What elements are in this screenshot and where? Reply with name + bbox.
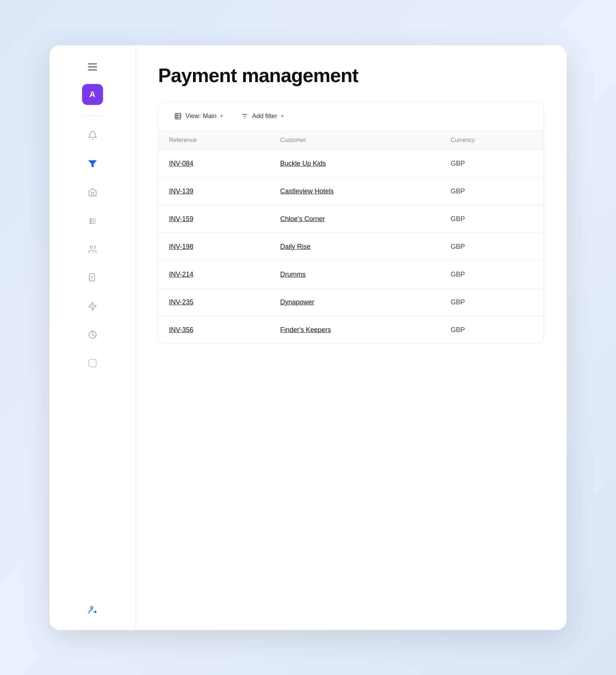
add-filter-button[interactable]: Add filter ▾: [236, 109, 289, 123]
customer-cell[interactable]: Finder's Keepers: [280, 326, 331, 334]
table-header-row: Reference Customer Currency: [158, 131, 544, 150]
svg-point-0: [90, 219, 91, 220]
table-row: INV-356Finder's KeepersGBP: [158, 316, 544, 344]
filter-label: Add filter: [252, 112, 277, 120]
filter-y-icon[interactable]: [84, 155, 102, 173]
widget-icon[interactable]: [84, 354, 102, 372]
currency-cell: GBP: [451, 326, 465, 334]
table-row: INV-214DrummsGBP: [158, 260, 544, 288]
tasks-icon[interactable]: [84, 212, 102, 230]
customer-cell[interactable]: Chloe's Corner: [280, 215, 325, 223]
customer-cell[interactable]: Drumms: [280, 271, 306, 278]
person-arrow-icon[interactable]: [84, 601, 102, 619]
contacts-icon[interactable]: [84, 240, 102, 258]
svg-rect-12: [175, 113, 181, 119]
table-container: View: Main ▾ Add filter ▾ R: [158, 102, 544, 344]
col-reference: Reference: [158, 131, 270, 150]
reference-cell[interactable]: INV-214: [169, 271, 193, 278]
avatar[interactable]: A: [82, 84, 103, 105]
reference-cell[interactable]: INV-235: [169, 298, 193, 306]
customer-cell[interactable]: Daily Rise: [280, 243, 311, 250]
filter-chevron: ▾: [281, 113, 284, 119]
reference-cell[interactable]: INV-139: [169, 187, 193, 195]
svg-text:£: £: [90, 277, 92, 280]
view-chevron: ▾: [220, 113, 223, 119]
sidebar-divider: [81, 115, 104, 116]
currency-cell: GBP: [451, 271, 465, 278]
col-currency: Currency: [440, 131, 544, 150]
table-row: INV-084Buckle Up KidsGBP: [158, 150, 544, 177]
bolt-icon[interactable]: [84, 297, 102, 315]
reference-cell[interactable]: INV-356: [169, 326, 193, 334]
filter-lines-icon: [241, 112, 248, 120]
view-button[interactable]: View: Main ▾: [169, 109, 228, 123]
currency-cell: GBP: [451, 243, 465, 250]
bell-icon[interactable]: [84, 126, 102, 144]
table-row: INV-159Chloe's CornerGBP: [158, 205, 544, 233]
reference-cell[interactable]: INV-159: [169, 215, 193, 223]
menu-icon[interactable]: [85, 60, 100, 73]
svg-point-11: [90, 606, 93, 609]
table-toolbar: View: Main ▾ Add filter ▾: [158, 102, 544, 131]
customer-cell[interactable]: Dynapower: [280, 298, 314, 306]
page-title: Payment management: [158, 64, 544, 87]
table-row: INV-235DynapowerGBP: [158, 288, 544, 316]
svg-point-4: [90, 222, 91, 223]
main-content: Payment management View: Main ▾: [136, 45, 567, 630]
currency-cell: GBP: [451, 215, 465, 223]
svg-rect-10: [89, 359, 96, 367]
currency-cell: GBP: [451, 187, 465, 195]
table-icon: [174, 112, 182, 120]
reference-cell[interactable]: INV-198: [169, 243, 193, 250]
customer-cell[interactable]: Castleview Hotels: [280, 187, 334, 195]
currency-cell: GBP: [451, 160, 465, 167]
col-customer: Customer: [270, 131, 440, 150]
invoice-icon[interactable]: £: [84, 269, 102, 287]
currency-cell: GBP: [451, 298, 465, 306]
reference-cell[interactable]: INV-084: [169, 160, 193, 167]
home-icon[interactable]: [84, 183, 102, 201]
data-table: Reference Customer Currency INV-084Buckl…: [158, 131, 544, 344]
svg-point-2: [90, 220, 91, 222]
sidebar: A: [49, 45, 136, 630]
table-row: INV-139Castleview HotelsGBP: [158, 177, 544, 205]
table-row: INV-198Daily RiseGBP: [158, 233, 544, 260]
svg-point-6: [90, 246, 93, 248]
app-container: A: [49, 45, 567, 630]
customer-cell[interactable]: Buckle Up Kids: [280, 160, 326, 167]
chart-icon[interactable]: [84, 326, 102, 344]
view-label: View: Main: [185, 112, 217, 120]
